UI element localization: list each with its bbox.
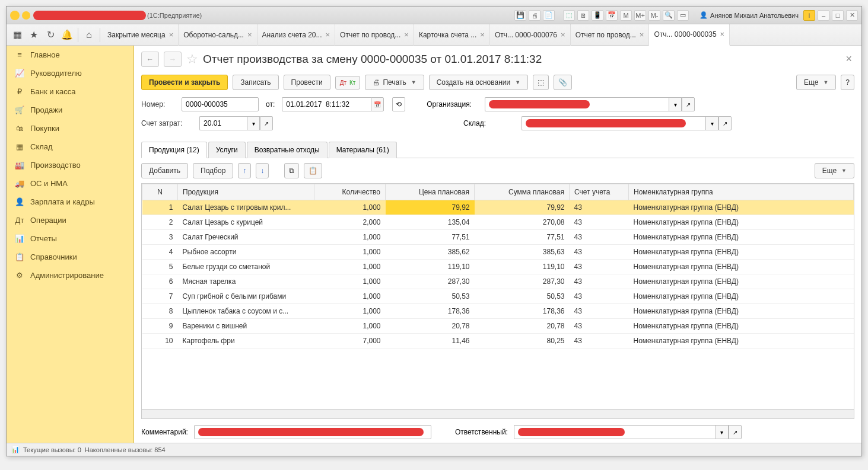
sidebar-item-1[interactable]: 📈Руководителю xyxy=(7,64,133,82)
font-m-plus[interactable]: М+ xyxy=(634,10,646,21)
column-header-6[interactable]: Номенклатурная группа xyxy=(629,184,854,200)
pick-button[interactable]: Подбор xyxy=(193,163,233,178)
tab-4[interactable]: Карточка счета ...× xyxy=(414,24,490,46)
column-header-2[interactable]: Количество xyxy=(314,184,386,200)
app-menu-dropdown[interactable] xyxy=(22,11,30,20)
sidebar-item-9[interactable]: ДтОперации xyxy=(7,211,133,229)
write-button[interactable]: Записать xyxy=(233,75,278,90)
tb-preview-icon[interactable]: 📄 xyxy=(543,10,555,21)
number-input[interactable] xyxy=(182,97,259,111)
warehouse-open-icon[interactable]: ↗ xyxy=(718,116,732,130)
font-m[interactable]: М xyxy=(620,10,632,21)
post-button[interactable]: Провести xyxy=(284,75,330,90)
tb-print-icon[interactable]: 🖨 xyxy=(529,10,540,21)
sidebar-item-7[interactable]: 🚚ОС и НМА xyxy=(7,174,133,193)
tb-doc-icon[interactable]: 🗎 xyxy=(577,10,589,21)
sidebar-item-4[interactable]: 🛍Покупки xyxy=(7,119,133,138)
sidebar-item-0[interactable]: ≡Главное xyxy=(7,46,133,64)
window-minimize[interactable]: – xyxy=(818,10,829,21)
help-button[interactable]: ? xyxy=(841,75,854,90)
comment-input[interactable] xyxy=(194,425,431,439)
favorites-icon[interactable]: ★ xyxy=(26,27,42,43)
horizontal-scrollbar[interactable] xyxy=(141,410,854,419)
favorite-star-icon[interactable]: ☆ xyxy=(186,52,198,67)
tb-info-icon[interactable]: i xyxy=(803,10,815,21)
apps-grid-icon[interactable]: ▦ xyxy=(9,27,26,43)
tab-close-icon[interactable]: × xyxy=(169,30,174,39)
sidebar-item-11[interactable]: 📋Справочники xyxy=(7,248,133,266)
window-close[interactable]: ✕ xyxy=(846,10,858,21)
move-down-button[interactable]: ↓ xyxy=(256,163,269,178)
subtab-0[interactable]: Продукция (12) xyxy=(141,142,207,158)
history-icon[interactable]: ↻ xyxy=(42,27,59,43)
table-row[interactable]: 9Вареники с вишней1,00020,7820,7843Номен… xyxy=(142,319,854,334)
sidebar-item-3[interactable]: 🛒Продажи xyxy=(7,101,133,119)
column-header-3[interactable]: Цена плановая xyxy=(386,184,475,200)
tb-compare-icon[interactable]: ⬚ xyxy=(563,10,575,21)
copy-button[interactable]: ⧉ xyxy=(284,163,299,178)
nav-back-button[interactable]: ← xyxy=(141,52,159,67)
tb-calendar-icon[interactable]: 📅 xyxy=(606,10,618,21)
subtab-3[interactable]: Материалы (61) xyxy=(329,142,397,158)
font-m-minus[interactable]: М- xyxy=(648,10,660,21)
column-header-5[interactable]: Счет учета xyxy=(570,184,629,200)
org-dropdown-icon[interactable]: ▾ xyxy=(669,97,682,111)
org-open-icon[interactable]: ↗ xyxy=(682,97,695,111)
window-maximize[interactable]: □ xyxy=(832,10,844,21)
tab-close-icon[interactable]: × xyxy=(247,30,252,39)
tab-2[interactable]: Анализ счета 20...× xyxy=(257,24,336,46)
cost-account-input[interactable] xyxy=(199,116,247,130)
sidebar-item-8[interactable]: 👤Зарплата и кадры xyxy=(7,193,133,211)
table-row[interactable]: 2Салат Цезарь с курицей2,000135,04270,08… xyxy=(142,215,854,230)
sidebar-item-5[interactable]: ▦Склад xyxy=(7,138,133,156)
dt-kt-button[interactable]: ДтКт xyxy=(335,76,361,89)
table-row[interactable]: 10Картофель фри7,00011,4680,2543Номенкла… xyxy=(142,334,854,348)
nav-forward-button[interactable]: → xyxy=(164,52,182,67)
table-row[interactable]: 7Суп грибной с белыми грибами1,00050,535… xyxy=(142,289,854,304)
acct-open-icon[interactable]: ↗ xyxy=(260,116,273,130)
calendar-picker-icon[interactable]: 📅 xyxy=(371,97,384,111)
tab-5[interactable]: Отч... 0000-000076× xyxy=(490,24,571,46)
responsible-dropdown-icon[interactable]: ▾ xyxy=(716,425,729,439)
document-close-button[interactable]: × xyxy=(843,50,854,68)
table-row[interactable]: 4Рыбное ассорти1,000385,62385,6343Номенк… xyxy=(142,245,854,260)
column-header-1[interactable]: Продукция xyxy=(178,184,314,200)
tab-close-icon[interactable]: × xyxy=(720,30,725,39)
tb-calc-icon[interactable]: 📱 xyxy=(592,10,603,21)
table-row[interactable]: 5Белые грузди со сметаной1,000119,10119,… xyxy=(142,260,854,274)
table-row[interactable]: 3Салат Греческий1,00077,5177,5143Номенкл… xyxy=(142,230,854,245)
tb-save-icon[interactable]: 💾 xyxy=(514,10,526,21)
responsible-open-icon[interactable]: ↗ xyxy=(729,425,742,439)
column-header-0[interactable]: N xyxy=(142,184,178,200)
subtab-2[interactable]: Возвратные отходы xyxy=(247,142,328,158)
add-row-button[interactable]: Добавить xyxy=(141,163,188,178)
print-button[interactable]: 🖨Печать▼ xyxy=(365,75,424,90)
attachments-button[interactable]: 📎 xyxy=(554,75,572,90)
tab-6[interactable]: Отчет по провод...× xyxy=(571,24,650,46)
subtab-1[interactable]: Услуги xyxy=(208,142,246,158)
table-row[interactable]: 6Мясная тарелка1,000287,30287,3043Номенк… xyxy=(142,274,854,289)
tb-zoom-icon[interactable]: 🔍 xyxy=(663,10,675,21)
sidebar-item-10[interactable]: 📊Отчеты xyxy=(7,229,133,248)
tab-3[interactable]: Отчет по провод...× xyxy=(335,24,414,46)
date-input[interactable] xyxy=(282,97,371,111)
tb-panels-icon[interactable]: ▭ xyxy=(677,10,689,21)
tab-0[interactable]: Закрытие месяца× xyxy=(103,24,179,46)
table-row[interactable]: 8Цыпленок табака с соусом и с...1,000178… xyxy=(142,304,854,319)
move-up-button[interactable]: ↑ xyxy=(238,163,251,178)
sidebar-item-6[interactable]: 🏭Производство xyxy=(7,156,133,174)
column-header-4[interactable]: Сумма плановая xyxy=(475,184,570,200)
refresh-icon[interactable]: ⟲ xyxy=(392,97,405,111)
notifications-icon[interactable]: 🔔 xyxy=(59,27,75,43)
tab-7[interactable]: Отч... 0000-000035× xyxy=(649,24,730,46)
responsible-input[interactable] xyxy=(514,425,716,439)
tab-close-icon[interactable]: × xyxy=(326,30,330,39)
more-button[interactable]: Еще▼ xyxy=(796,75,836,90)
paste-button[interactable]: 📋 xyxy=(304,163,322,178)
acct-dropdown-icon[interactable]: ▾ xyxy=(247,116,260,130)
warehouse-dropdown-icon[interactable]: ▾ xyxy=(705,116,718,130)
tab-close-icon[interactable]: × xyxy=(480,30,485,39)
tab-close-icon[interactable]: × xyxy=(561,30,565,39)
structure-button[interactable]: ⬚ xyxy=(533,75,549,90)
product-grid[interactable]: NПродукцияКоличествоЦена плановаяСумма п… xyxy=(141,183,854,410)
